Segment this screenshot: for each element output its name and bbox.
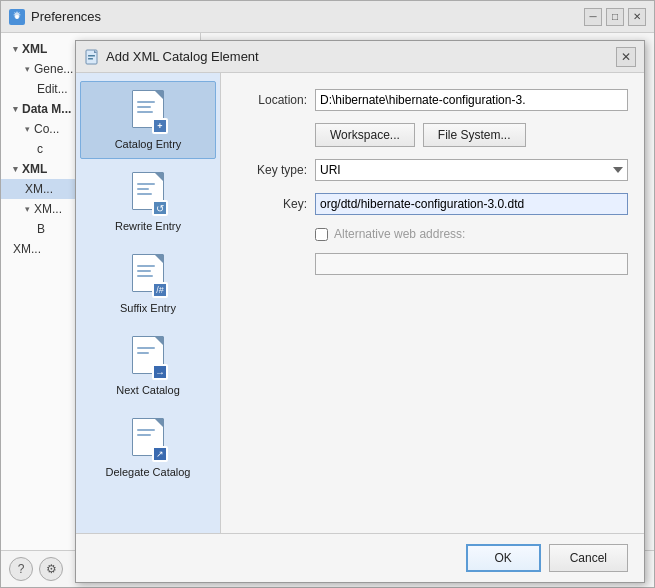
key-type-select[interactable]: URI Public ID System ID Namespace [315,159,628,181]
chevron-icon: ▾ [13,104,18,114]
catalog-item-label: Rewrite Entry [115,220,181,232]
catalog-item-catalog-entry[interactable]: + Catalog Entry [80,81,216,159]
sidebar-item-label: B [37,222,45,236]
key-type-row: Key type: URI Public ID System ID Namesp… [237,159,628,181]
sidebar-item-label: Edit... [37,82,68,96]
prefs-titlebar: Preferences ─ □ ✕ [1,1,654,33]
sidebar-item-label: XML [22,162,47,176]
location-row: Location: [237,89,628,111]
catalog-item-label: Catalog Entry [115,138,182,150]
catalog-item-delegate-catalog[interactable]: ↗ Delegate Catalog [80,409,216,487]
dialog-title-left: Add XML Catalog Element [84,49,259,65]
alt-web-checkbox[interactable] [315,228,328,241]
catalog-item-label: Next Catalog [116,384,180,396]
chevron-icon: ▾ [13,44,18,54]
form-panel: Location: Workspace... File System... Ke… [221,73,644,533]
alt-web-label: Alternative web address: [334,227,465,241]
sidebar-item-label: Gene... [34,62,73,76]
location-label: Location: [237,93,307,107]
svg-rect-4 [88,58,93,60]
sidebar-item-label: Co... [34,122,59,136]
minimize-button[interactable]: ─ [584,8,602,26]
key-type-label: Key type: [237,163,307,177]
settings-button[interactable]: ⚙ [39,557,63,581]
sidebar-item-label: XM... [34,202,62,216]
sidebar-item-label: XML [22,42,47,56]
maximize-button[interactable]: □ [606,8,624,26]
prefs-gear-icon [9,9,25,25]
chevron-icon: ▾ [25,204,30,214]
catalog-item-suffix-entry[interactable]: /# Suffix Entry [80,245,216,323]
dialog-body: + Catalog Entry ↺ Rewrite Entry [76,73,644,533]
dialog-title: Add XML Catalog Element [106,49,259,64]
catalog-item-rewrite-entry[interactable]: ↺ Rewrite Entry [80,163,216,241]
workspace-button[interactable]: Workspace... [315,123,415,147]
key-input[interactable] [315,193,628,215]
key-label: Key: [237,197,307,211]
chevron-icon: ▾ [13,164,18,174]
catalog-item-label: Delegate Catalog [105,466,190,478]
catalog-item-next-catalog[interactable]: → Next Catalog [80,327,216,405]
ok-button[interactable]: OK [466,544,541,572]
location-input[interactable] [315,89,628,111]
dialog-icon [84,49,100,65]
catalog-item-label: Suffix Entry [120,302,176,314]
sidebar-item-label: Data M... [22,102,71,116]
alt-web-input[interactable] [315,253,628,275]
chevron-icon: ▾ [25,64,30,74]
sidebar-item-label: XM... [25,182,53,196]
dialog-close-button[interactable]: ✕ [616,47,636,67]
prefs-window-controls: ─ □ ✕ [584,8,646,26]
help-button[interactable]: ? [9,557,33,581]
key-row: Key: [237,193,628,215]
cancel-button[interactable]: Cancel [549,544,628,572]
add-xml-catalog-dialog: Add XML Catalog Element ✕ + Ca [75,40,645,583]
chevron-icon: ▾ [25,124,30,134]
alt-web-row: Alternative web address: [315,227,628,241]
close-button[interactable]: ✕ [628,8,646,26]
filesystem-button[interactable]: File System... [423,123,526,147]
location-buttons-row: Workspace... File System... [315,123,628,147]
sidebar-item-label: c [37,142,43,156]
dialog-footer: OK Cancel [76,533,644,582]
dialog-titlebar: Add XML Catalog Element ✕ [76,41,644,73]
prefs-title-left: Preferences [9,9,101,25]
prefs-bottom-left: ? ⚙ [9,557,63,581]
svg-rect-3 [88,55,95,57]
sidebar-item-label: XM... [13,242,41,256]
prefs-title: Preferences [31,9,101,24]
catalog-panel: + Catalog Entry ↺ Rewrite Entry [76,73,221,533]
